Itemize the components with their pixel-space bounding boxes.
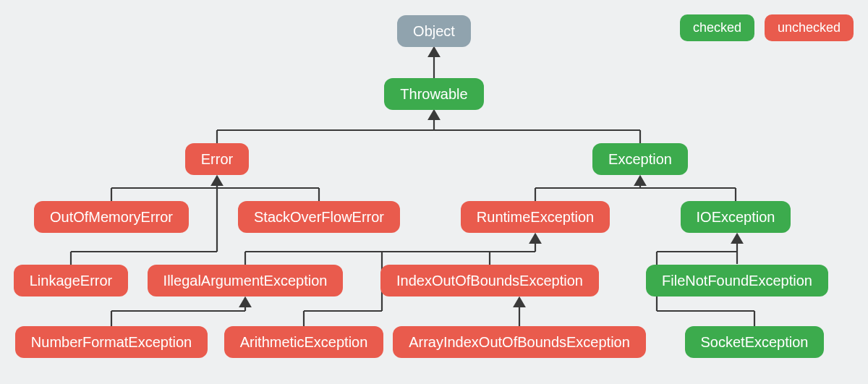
- legend-checked: checked: [680, 14, 754, 41]
- node-index-out-of-bounds-exception: IndexOutOfBoundsException: [380, 265, 599, 296]
- node-throwable: Throwable: [384, 78, 483, 110]
- node-io-exception: IOException: [681, 201, 791, 233]
- node-socket-exception: SocketException: [685, 326, 825, 358]
- node-file-not-found-exception: FileNotFoundException: [646, 265, 828, 296]
- node-stack-overflow-error: StackOverFlowError: [238, 201, 400, 233]
- legend: checked unchecked: [680, 14, 854, 41]
- node-exception: Exception: [592, 143, 688, 175]
- node-runtime-exception: RuntimeException: [461, 201, 610, 233]
- diagram-canvas: checked unchecked Object Throwable Error…: [0, 0, 868, 384]
- node-number-format-exception: NumberFormatException: [15, 326, 208, 358]
- node-error: Error: [185, 143, 249, 175]
- legend-unchecked: unchecked: [765, 14, 854, 41]
- node-array-index-out-of-bounds-exception: ArrayIndexOutOfBoundsException: [393, 326, 646, 358]
- node-object: Object: [397, 15, 471, 47]
- node-linkage-error: LinkageError: [14, 265, 129, 296]
- node-illegal-argument-exception: IllegalArgumentException: [148, 265, 344, 296]
- node-arithmetic-exception: ArithmeticException: [224, 326, 384, 358]
- node-out-of-memory-error: OutOfMemoryError: [34, 201, 189, 233]
